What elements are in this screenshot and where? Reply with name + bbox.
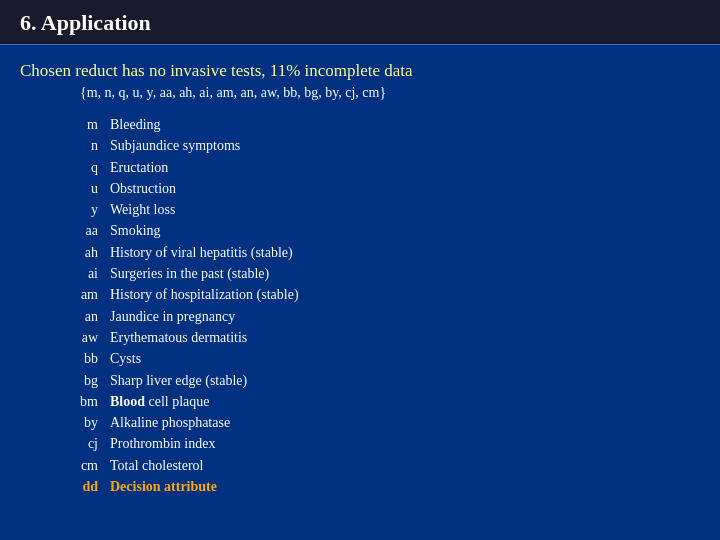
item-key: aw bbox=[60, 328, 110, 348]
item-value: Cysts bbox=[110, 349, 141, 369]
list-item: awErythematous dermatitis bbox=[60, 328, 700, 348]
item-key: am bbox=[60, 285, 110, 305]
item-key: dd bbox=[60, 477, 110, 497]
item-key: bg bbox=[60, 371, 110, 391]
bold-text: Blood bbox=[110, 394, 145, 409]
item-key: cm bbox=[60, 456, 110, 476]
item-value: Total cholesterol bbox=[110, 456, 204, 476]
item-value: History of hospitalization (stable) bbox=[110, 285, 299, 305]
item-key: an bbox=[60, 307, 110, 327]
item-key: bb bbox=[60, 349, 110, 369]
list-item: cmTotal cholesterol bbox=[60, 456, 700, 476]
item-value: Decision attribute bbox=[110, 477, 217, 497]
list-item: ahHistory of viral hepatitis (stable) bbox=[60, 243, 700, 263]
list-item: bmBlood cell plaque bbox=[60, 392, 700, 412]
chosen-reduct-line: Chosen reduct has no invasive tests, 11%… bbox=[20, 61, 700, 81]
item-value: History of viral hepatitis (stable) bbox=[110, 243, 293, 263]
list-item: amHistory of hospitalization (stable) bbox=[60, 285, 700, 305]
item-key: cj bbox=[60, 434, 110, 454]
item-value: Prothrombin index bbox=[110, 434, 215, 454]
list-item: yWeight loss bbox=[60, 200, 700, 220]
list-item: nSubjaundice symptoms bbox=[60, 136, 700, 156]
list-item: qEructation bbox=[60, 158, 700, 178]
item-key: y bbox=[60, 200, 110, 220]
item-value: Jaundice in pregnancy bbox=[110, 307, 235, 327]
list-item: bbCysts bbox=[60, 349, 700, 369]
variables-line: {m, n, q, u, y, aa, ah, ai, am, an, aw, … bbox=[20, 85, 700, 101]
main-content: Chosen reduct has no invasive tests, 11%… bbox=[0, 45, 720, 508]
item-value: Subjaundice symptoms bbox=[110, 136, 240, 156]
item-value: Blood cell plaque bbox=[110, 392, 210, 412]
item-value: Erythematous dermatitis bbox=[110, 328, 247, 348]
item-value: Bleeding bbox=[110, 115, 161, 135]
page-title: 6. Application bbox=[20, 10, 151, 35]
item-key: ah bbox=[60, 243, 110, 263]
item-key: n bbox=[60, 136, 110, 156]
item-value: Weight loss bbox=[110, 200, 175, 220]
items-table: mBleedingnSubjaundice symptomsqEructatio… bbox=[20, 115, 700, 497]
list-item: ddDecision attribute bbox=[60, 477, 700, 497]
list-item: bgSharp liver edge (stable) bbox=[60, 371, 700, 391]
title-bar: 6. Application bbox=[0, 0, 720, 45]
item-value: Sharp liver edge (stable) bbox=[110, 371, 247, 391]
list-item: uObstruction bbox=[60, 179, 700, 199]
item-value: Eructation bbox=[110, 158, 168, 178]
item-key: m bbox=[60, 115, 110, 135]
page-container: 6. Application Chosen reduct has no inva… bbox=[0, 0, 720, 540]
list-item: cjProthrombin index bbox=[60, 434, 700, 454]
list-item: mBleeding bbox=[60, 115, 700, 135]
item-value: Surgeries in the past (stable) bbox=[110, 264, 269, 284]
item-value: Alkaline phosphatase bbox=[110, 413, 230, 433]
item-key: ai bbox=[60, 264, 110, 284]
item-key: by bbox=[60, 413, 110, 433]
item-key: u bbox=[60, 179, 110, 199]
item-value: Obstruction bbox=[110, 179, 176, 199]
item-key: bm bbox=[60, 392, 110, 412]
list-item: aaSmoking bbox=[60, 221, 700, 241]
list-item: aiSurgeries in the past (stable) bbox=[60, 264, 700, 284]
item-key: q bbox=[60, 158, 110, 178]
item-key: aa bbox=[60, 221, 110, 241]
list-item: byAlkaline phosphatase bbox=[60, 413, 700, 433]
item-value: Smoking bbox=[110, 221, 161, 241]
list-item: anJaundice in pregnancy bbox=[60, 307, 700, 327]
